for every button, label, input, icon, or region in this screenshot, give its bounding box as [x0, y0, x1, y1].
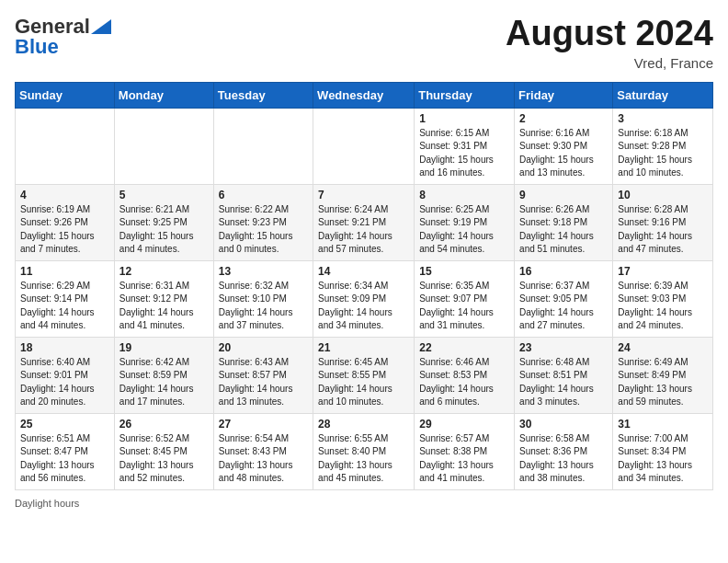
footer-note: Daylight hours	[15, 498, 713, 509]
day-number: 26	[119, 418, 209, 431]
day-info: Sunrise: 6:54 AMSunset: 8:43 PMDaylight:…	[219, 432, 308, 486]
location: Vred, France	[506, 55, 713, 71]
calendar-cell: 14Sunrise: 6:34 AMSunset: 9:09 PMDayligh…	[313, 260, 415, 337]
calendar-day-header: Thursday	[415, 82, 515, 108]
logo: General Blue	[15, 15, 112, 59]
calendar-day-header: Tuesday	[213, 82, 313, 108]
calendar-cell: 6Sunrise: 6:22 AMSunset: 9:23 PMDaylight…	[213, 184, 313, 260]
calendar-cell: 21Sunrise: 6:45 AMSunset: 8:55 PMDayligh…	[313, 337, 415, 413]
day-info: Sunrise: 6:25 AMSunset: 9:19 PMDaylight:…	[419, 203, 509, 257]
calendar-cell: 25Sunrise: 6:51 AMSunset: 8:47 PMDayligh…	[16, 413, 115, 489]
calendar-cell: 10Sunrise: 6:28 AMSunset: 9:16 PMDayligh…	[613, 184, 713, 260]
day-info: Sunrise: 7:00 AMSunset: 8:34 PMDaylight:…	[618, 432, 708, 486]
day-info: Sunrise: 6:37 AMSunset: 9:05 PMDaylight:…	[519, 280, 608, 333]
day-number: 8	[419, 189, 509, 201]
day-info: Sunrise: 6:52 AMSunset: 8:45 PMDaylight:…	[119, 432, 209, 486]
day-number: 17	[618, 265, 708, 278]
day-number: 28	[318, 418, 409, 431]
calendar-day-header: Friday	[515, 82, 613, 108]
day-info: Sunrise: 6:22 AMSunset: 9:23 PMDaylight:…	[219, 203, 308, 257]
day-info: Sunrise: 6:35 AMSunset: 9:07 PMDaylight:…	[419, 280, 509, 333]
calendar-cell: 16Sunrise: 6:37 AMSunset: 9:05 PMDayligh…	[515, 260, 613, 337]
calendar-day-header: Monday	[114, 82, 213, 108]
day-info: Sunrise: 6:24 AMSunset: 9:21 PMDaylight:…	[318, 203, 409, 257]
calendar-cell: 28Sunrise: 6:55 AMSunset: 8:40 PMDayligh…	[313, 413, 415, 489]
calendar-cell: 23Sunrise: 6:48 AMSunset: 8:51 PMDayligh…	[515, 337, 613, 413]
day-number: 19	[119, 341, 209, 354]
calendar-cell: 30Sunrise: 6:58 AMSunset: 8:36 PMDayligh…	[515, 413, 613, 489]
calendar-cell: 3Sunrise: 6:18 AMSunset: 9:28 PMDaylight…	[613, 108, 713, 184]
day-number: 29	[419, 418, 509, 431]
day-number: 5	[119, 189, 209, 201]
calendar-cell: 22Sunrise: 6:46 AMSunset: 8:53 PMDayligh…	[415, 337, 515, 413]
calendar-cell: 9Sunrise: 6:26 AMSunset: 9:18 PMDaylight…	[515, 184, 613, 260]
calendar-cell: 19Sunrise: 6:42 AMSunset: 8:59 PMDayligh…	[114, 337, 213, 413]
calendar-week-row: 1Sunrise: 6:15 AMSunset: 9:31 PMDaylight…	[16, 108, 713, 184]
calendar-table: SundayMondayTuesdayWednesdayThursdayFrid…	[15, 82, 713, 490]
calendar-week-row: 25Sunrise: 6:51 AMSunset: 8:47 PMDayligh…	[16, 413, 713, 489]
day-number: 1	[419, 112, 509, 125]
day-info: Sunrise: 6:39 AMSunset: 9:03 PMDaylight:…	[618, 280, 708, 333]
day-number: 14	[318, 265, 409, 278]
day-number: 21	[318, 341, 409, 354]
day-info: Sunrise: 6:45 AMSunset: 8:55 PMDaylight:…	[318, 356, 409, 409]
day-info: Sunrise: 6:31 AMSunset: 9:12 PMDaylight:…	[119, 280, 209, 333]
day-info: Sunrise: 6:28 AMSunset: 9:16 PMDaylight:…	[618, 203, 708, 257]
calendar-cell: 13Sunrise: 6:32 AMSunset: 9:10 PMDayligh…	[213, 260, 313, 337]
day-number: 3	[618, 112, 708, 125]
day-info: Sunrise: 6:42 AMSunset: 8:59 PMDaylight:…	[119, 356, 209, 409]
day-number: 4	[20, 189, 109, 201]
day-info: Sunrise: 6:21 AMSunset: 9:25 PMDaylight:…	[119, 203, 209, 257]
calendar-cell: 20Sunrise: 6:43 AMSunset: 8:57 PMDayligh…	[213, 337, 313, 413]
month-year: August 2024	[506, 15, 713, 53]
day-info: Sunrise: 6:34 AMSunset: 9:09 PMDaylight:…	[318, 280, 409, 333]
day-number: 9	[519, 189, 608, 201]
calendar-day-header: Wednesday	[313, 82, 415, 108]
calendar-header-row: SundayMondayTuesdayWednesdayThursdayFrid…	[16, 82, 713, 108]
day-info: Sunrise: 6:46 AMSunset: 8:53 PMDaylight:…	[419, 356, 509, 409]
day-number: 7	[318, 189, 409, 201]
calendar-cell	[114, 108, 213, 184]
day-number: 30	[519, 418, 608, 431]
day-number: 16	[519, 265, 608, 278]
day-info: Sunrise: 6:43 AMSunset: 8:57 PMDaylight:…	[219, 356, 308, 409]
title-block: August 2024 Vred, France	[506, 15, 713, 71]
calendar-cell: 2Sunrise: 6:16 AMSunset: 9:30 PMDaylight…	[515, 108, 613, 184]
day-number: 10	[618, 189, 708, 201]
calendar-cell: 12Sunrise: 6:31 AMSunset: 9:12 PMDayligh…	[114, 260, 213, 337]
calendar-cell: 24Sunrise: 6:49 AMSunset: 8:49 PMDayligh…	[613, 337, 713, 413]
svg-marker-0	[91, 19, 111, 34]
calendar-cell	[213, 108, 313, 184]
calendar-cell: 31Sunrise: 7:00 AMSunset: 8:34 PMDayligh…	[613, 413, 713, 489]
calendar-cell: 15Sunrise: 6:35 AMSunset: 9:07 PMDayligh…	[415, 260, 515, 337]
calendar-week-row: 18Sunrise: 6:40 AMSunset: 9:01 PMDayligh…	[16, 337, 713, 413]
logo-blue: Blue	[15, 35, 59, 59]
day-number: 24	[618, 341, 708, 354]
day-number: 6	[219, 189, 308, 201]
day-number: 27	[219, 418, 308, 431]
calendar-cell: 17Sunrise: 6:39 AMSunset: 9:03 PMDayligh…	[613, 260, 713, 337]
calendar-day-header: Sunday	[16, 82, 115, 108]
calendar-week-row: 11Sunrise: 6:29 AMSunset: 9:14 PMDayligh…	[16, 260, 713, 337]
day-info: Sunrise: 6:19 AMSunset: 9:26 PMDaylight:…	[20, 203, 109, 257]
calendar-cell: 18Sunrise: 6:40 AMSunset: 9:01 PMDayligh…	[16, 337, 115, 413]
calendar-day-header: Saturday	[613, 82, 713, 108]
day-info: Sunrise: 6:29 AMSunset: 9:14 PMDaylight:…	[20, 280, 109, 333]
day-info: Sunrise: 6:58 AMSunset: 8:36 PMDaylight:…	[519, 432, 608, 486]
calendar-cell	[16, 108, 115, 184]
day-info: Sunrise: 6:26 AMSunset: 9:18 PMDaylight:…	[519, 203, 608, 257]
calendar-cell: 11Sunrise: 6:29 AMSunset: 9:14 PMDayligh…	[16, 260, 115, 337]
day-number: 23	[519, 341, 608, 354]
calendar-cell: 29Sunrise: 6:57 AMSunset: 8:38 PMDayligh…	[415, 413, 515, 489]
calendar-cell: 7Sunrise: 6:24 AMSunset: 9:21 PMDaylight…	[313, 184, 415, 260]
day-number: 22	[419, 341, 509, 354]
day-number: 18	[20, 341, 109, 354]
day-info: Sunrise: 6:40 AMSunset: 9:01 PMDaylight:…	[20, 356, 109, 409]
calendar-cell: 8Sunrise: 6:25 AMSunset: 9:19 PMDaylight…	[415, 184, 515, 260]
calendar-cell	[313, 108, 415, 184]
day-number: 20	[219, 341, 308, 354]
day-info: Sunrise: 6:55 AMSunset: 8:40 PMDaylight:…	[318, 432, 409, 486]
day-number: 11	[20, 265, 109, 278]
day-number: 25	[20, 418, 109, 431]
day-info: Sunrise: 6:32 AMSunset: 9:10 PMDaylight:…	[219, 280, 308, 333]
